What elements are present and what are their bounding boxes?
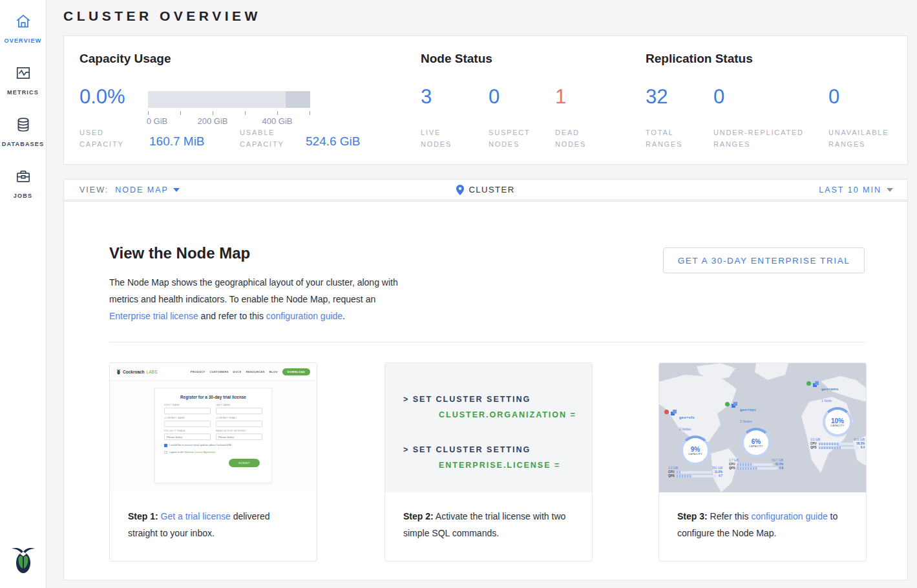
enterprise-trial-button[interactable]: GET A 30-DAY ENTERPRISE TRIAL bbox=[663, 247, 865, 273]
time-range-dropdown[interactable]: LAST 10 MIN bbox=[819, 185, 893, 194]
cpu-value: 58.3% bbox=[856, 442, 865, 445]
mini-checkbox bbox=[164, 444, 167, 447]
database-icon bbox=[15, 116, 32, 133]
total-gib: 351 GiB bbox=[712, 467, 722, 470]
mini-cockroach-logo: Cockroach LABS bbox=[116, 369, 157, 375]
capacity-bar-used-segment bbox=[286, 91, 310, 108]
field-input bbox=[216, 408, 262, 414]
locality-name: geo=ams bbox=[821, 387, 839, 391]
total-ranges-count: 32 bbox=[646, 85, 668, 109]
capacity-percent: 6% bbox=[752, 438, 761, 445]
capacity-percent: 9% bbox=[691, 446, 700, 453]
node-map-heading: View the Node Map bbox=[109, 244, 250, 262]
home-icon bbox=[15, 13, 32, 30]
nav-item: BLOG bbox=[269, 370, 278, 373]
under-replicated-count: 0 bbox=[713, 85, 724, 109]
view-selector-value: NODE MAP bbox=[115, 185, 169, 194]
used-gib: 3.2 GiB bbox=[668, 467, 678, 470]
dead-nodes-count: 1 bbox=[555, 85, 566, 109]
field-label: REASON FOR INTEREST bbox=[216, 430, 262, 432]
mini-download-button: DOWNLOAD bbox=[282, 368, 310, 375]
description-text: The Node Map shows the geographical layo… bbox=[109, 277, 398, 304]
configuration-guide-link[interactable]: configuration guide bbox=[266, 311, 343, 321]
used-capacity-value: 160.7 MiB bbox=[149, 134, 205, 149]
brand-text: Cockroach bbox=[123, 370, 145, 374]
axis-label: 0 GiB bbox=[147, 116, 168, 126]
unavailable-ranges-count: 0 bbox=[828, 85, 839, 109]
cpu-value: 42.5% bbox=[775, 463, 783, 466]
locality-name: geo=nyc bbox=[740, 408, 756, 412]
get-trial-license-link[interactable]: Get a trial license bbox=[161, 511, 231, 521]
configuration-guide-link[interactable]: configuration guide bbox=[751, 511, 827, 521]
view-label: VIEW: bbox=[79, 185, 109, 194]
sql-prompt: > SET CLUSTER SETTING bbox=[403, 442, 592, 457]
cpu-label: CPU bbox=[668, 470, 675, 474]
step3-card: geo=sfo 2 Nodes 9% CAPACITY 3.2 GiB351 G… bbox=[659, 362, 867, 562]
total-gib: 36.6 GiB bbox=[853, 438, 865, 441]
nav-item: PRODUCT bbox=[191, 370, 206, 373]
sidebar-item-jobs[interactable]: JOBS bbox=[0, 168, 46, 200]
live-nodes-label: LIVE NODES bbox=[421, 127, 452, 150]
enterprise-trial-license-link[interactable]: Enterprise trial license bbox=[109, 311, 198, 321]
live-status-icon bbox=[725, 402, 730, 406]
step-text: Refer this bbox=[708, 511, 752, 521]
capacity-usage-title: Capacity Usage bbox=[79, 52, 171, 66]
total-ranges-label: TOTAL RANGES bbox=[646, 127, 682, 150]
used-capacity-label: USED CAPACITY bbox=[79, 127, 124, 150]
mini-form-title: Register for a 30-day trial license bbox=[164, 395, 262, 399]
node-map-preview: geo=sfo 2 Nodes 9% CAPACITY 3.2 GiB351 G… bbox=[659, 363, 866, 492]
dead-nodes-label: DEAD NODES bbox=[555, 127, 586, 150]
capacity-donut: 9% CAPACITY bbox=[680, 436, 710, 465]
page-title: CLUSTER OVERVIEW bbox=[63, 8, 261, 24]
field-select: Please Select bbox=[164, 434, 211, 440]
used-gib: 3.7 GiB bbox=[729, 459, 739, 462]
briefcase-icon bbox=[15, 168, 32, 185]
suspect-nodes-label: SUSPECT NODES bbox=[489, 127, 531, 150]
under-replicated-label: UNDER-REPLICATED RANGES bbox=[713, 127, 804, 150]
axis-label: 200 GiB bbox=[198, 116, 228, 126]
checkbox-label: I agree to the bbox=[169, 451, 184, 454]
sidebar-item-label: METRICS bbox=[7, 89, 39, 96]
sidebar-item-label: OVERVIEW bbox=[5, 37, 42, 44]
location-pin-icon bbox=[456, 185, 464, 195]
step1-caption: Step 1: Get a trial license delivered st… bbox=[110, 492, 317, 541]
capacity-label: CAPACITY bbox=[830, 425, 845, 427]
sidebar-item-metrics[interactable]: METRICS bbox=[0, 65, 46, 97]
capacity-label: CAPACITY bbox=[749, 445, 763, 448]
sidebar-item-overview[interactable]: OVERVIEW bbox=[0, 13, 46, 45]
capacity-percent: 10% bbox=[831, 417, 844, 425]
cpu-label: CPU bbox=[729, 463, 735, 466]
license-agreement-link: Software License Agreement. bbox=[184, 451, 216, 454]
sidebar-item-databases[interactable]: DATABASES bbox=[0, 116, 46, 149]
capacity-bar-chart bbox=[148, 91, 310, 108]
capacity-donut: 6% CAPACITY bbox=[741, 428, 771, 457]
description-text: and refer to this bbox=[198, 311, 266, 321]
qps-value: 6.4 bbox=[861, 446, 865, 449]
step-label: Step 1: bbox=[128, 511, 158, 521]
sql-code-sample: > SET CLUSTER SETTING CLUSTER.ORGANIZATI… bbox=[385, 363, 592, 492]
cpu-label: CPU bbox=[810, 442, 817, 445]
total-gib: 63.7 GiB bbox=[772, 459, 783, 462]
map-node-nyc: geo=nyc 2 Nodes 6% CAPACITY 3.7 GiB63.7 … bbox=[725, 402, 787, 470]
map-node-ams: geo=ams 1 Node 10% CAPACITY 3.6 GiB36.6 … bbox=[806, 381, 866, 449]
step3-caption: Step 3: Refer this configuration guide t… bbox=[659, 492, 866, 541]
step-label: Step 3: bbox=[677, 511, 708, 521]
field-label: COMPANY NAME bbox=[164, 417, 211, 419]
mini-checkbox bbox=[164, 451, 167, 454]
cockroach-bug-icon bbox=[116, 369, 121, 375]
node-map-panel: View the Node Map The Node Map shows the… bbox=[63, 201, 908, 580]
field-input bbox=[164, 408, 211, 414]
sql-prompt: > SET CLUSTER SETTING bbox=[403, 392, 592, 407]
breadcrumb-cluster: CLUSTER bbox=[469, 185, 514, 194]
sql-setting: ENTERPRISE.LICENSE = bbox=[403, 457, 592, 473]
capacity-used-percent: 0.0% bbox=[79, 85, 125, 109]
capacity-donut: 10% CAPACITY bbox=[823, 407, 852, 437]
used-gib: 3.6 GiB bbox=[810, 438, 820, 441]
mini-submit-button: SUBMIT bbox=[229, 459, 260, 467]
chevron-down-icon bbox=[887, 188, 893, 192]
sidebar: OVERVIEW METRICS DATABASES JOBS bbox=[0, 0, 47, 588]
qps-label: QPS bbox=[668, 474, 675, 478]
nav-item: RESOURCES bbox=[246, 370, 265, 373]
time-range-value: LAST 10 MIN bbox=[819, 185, 881, 194]
view-selector-dropdown[interactable]: NODE MAP bbox=[115, 185, 180, 194]
